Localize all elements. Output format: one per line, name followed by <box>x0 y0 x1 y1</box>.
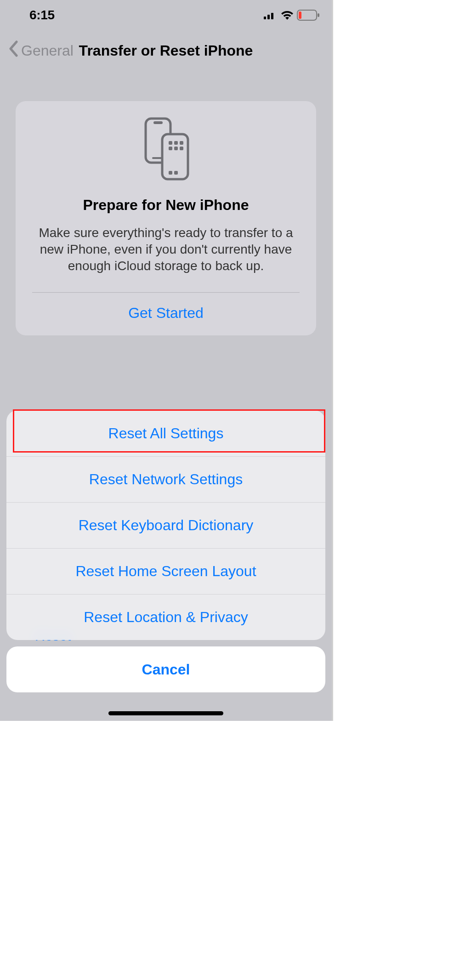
cancel-button[interactable]: Cancel <box>6 646 325 692</box>
screen: 6:15 <box>0 0 333 721</box>
nav-back-label: General <box>21 42 74 59</box>
wifi-icon <box>280 10 294 20</box>
svg-rect-12 <box>174 141 178 145</box>
nav-back-button[interactable]: General <box>0 40 74 61</box>
prepare-card: Prepare for New iPhone Make sure everyth… <box>16 101 316 335</box>
get-started-button[interactable]: Get Started <box>16 293 316 335</box>
svg-rect-3 <box>275 11 277 19</box>
reset-all-settings[interactable]: Reset All Settings <box>6 410 325 456</box>
svg-rect-16 <box>180 147 183 150</box>
reset-options-group: Reset All Settings Reset Network Setting… <box>6 410 325 640</box>
status-bar: 6:15 <box>0 0 332 30</box>
cellular-icon <box>264 11 278 19</box>
prepare-title: Prepare for New iPhone <box>16 197 316 214</box>
prepare-body: Make sure everything's ready to transfer… <box>16 225 316 274</box>
transfer-phones-icon <box>16 117 316 181</box>
status-time: 6:15 <box>29 8 55 23</box>
svg-rect-14 <box>169 147 172 150</box>
svg-rect-11 <box>169 141 172 145</box>
svg-rect-0 <box>264 17 266 19</box>
svg-rect-13 <box>180 141 183 145</box>
chevron-left-icon <box>8 40 18 61</box>
reset-network-settings[interactable]: Reset Network Settings <box>6 456 325 502</box>
home-indicator[interactable] <box>108 711 223 715</box>
svg-rect-15 <box>174 147 178 150</box>
reset-action-sheet: Reset All Settings Reset Network Setting… <box>6 410 325 692</box>
svg-rect-6 <box>318 13 319 17</box>
nav-bar: General Transfer or Reset iPhone <box>0 30 332 69</box>
svg-rect-18 <box>174 171 178 175</box>
svg-rect-17 <box>169 171 172 175</box>
battery-low-icon <box>297 10 320 21</box>
status-icons <box>264 10 320 21</box>
reset-home-screen-layout[interactable]: Reset Home Screen Layout <box>6 548 325 594</box>
svg-rect-1 <box>267 15 270 19</box>
reset-keyboard-dictionary[interactable]: Reset Keyboard Dictionary <box>6 502 325 548</box>
svg-rect-2 <box>271 13 273 19</box>
svg-rect-8 <box>153 121 163 124</box>
reset-location-privacy[interactable]: Reset Location & Privacy <box>6 594 325 640</box>
svg-rect-5 <box>299 11 301 19</box>
